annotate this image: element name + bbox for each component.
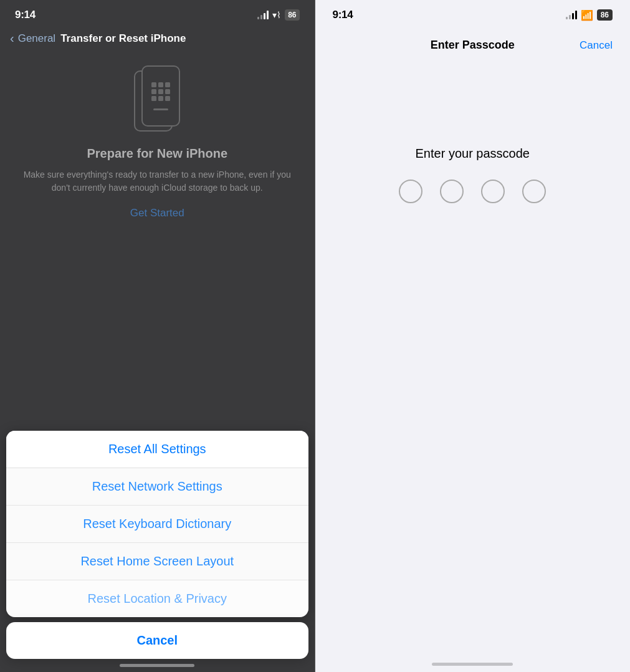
home-indicator-left xyxy=(120,664,194,667)
passcode-title: Enter Passcode xyxy=(431,39,515,52)
reset-all-settings-button[interactable]: Reset All Settings xyxy=(6,431,308,468)
prepare-title: Prepare for New iPhone xyxy=(87,146,227,161)
reset-network-settings-button[interactable]: Reset Network Settings xyxy=(6,468,308,506)
back-label: General xyxy=(18,32,55,45)
passcode-header: Enter Passcode Cancel xyxy=(315,26,631,59)
phone-grid-icon xyxy=(151,82,170,101)
passcode-dot-1 xyxy=(399,180,422,203)
action-sheet: Reset All Settings Reset Network Setting… xyxy=(0,431,315,659)
battery-left: 86 xyxy=(285,9,299,21)
passcode-prompt: Enter your passcode xyxy=(416,146,530,161)
passcode-dot-4 xyxy=(522,180,546,203)
action-sheet-main: Reset All Settings Reset Network Setting… xyxy=(6,431,308,617)
reset-location-privacy-button[interactable]: Reset Location & Privacy xyxy=(6,580,308,617)
cancel-passcode-button[interactable]: Cancel xyxy=(580,39,613,52)
phone-home-bar xyxy=(153,108,168,110)
status-icons-right: 📶 86 xyxy=(566,9,613,21)
home-indicator-right xyxy=(432,663,513,666)
status-icons-left: ▾⌇ 86 xyxy=(257,9,299,21)
reset-home-screen-layout-button[interactable]: Reset Home Screen Layout xyxy=(6,543,308,580)
get-started-link[interactable]: Get Started xyxy=(130,207,184,219)
time-left: 9:14 xyxy=(15,9,36,21)
prepare-content: Prepare for New iPhone Make sure everyth… xyxy=(0,53,315,426)
back-chevron-icon: ‹ xyxy=(10,31,14,46)
phone-front-shape xyxy=(141,65,180,127)
reset-keyboard-dictionary-button[interactable]: Reset Keyboard Dictionary xyxy=(6,506,308,543)
wifi-icon-left: ▾⌇ xyxy=(272,10,281,20)
phone-icon xyxy=(129,65,185,134)
status-bar-left: 9:14 ▾⌇ 86 xyxy=(0,0,315,26)
signal-icon-left xyxy=(257,11,269,19)
status-bar-right: 9:14 📶 86 xyxy=(315,0,631,26)
passcode-dot-3 xyxy=(481,180,505,203)
battery-right: 86 xyxy=(597,9,613,21)
left-panel: 9:14 ▾⌇ 86 ‹ General Transfer or Reset i… xyxy=(0,0,315,672)
nav-title: Transfer or Reset iPhone xyxy=(60,32,186,45)
passcode-body: Enter your passcode xyxy=(315,59,631,203)
prepare-desc: Make sure everything's ready to transfer… xyxy=(19,168,296,194)
passcode-dots xyxy=(399,180,546,203)
passcode-dot-2 xyxy=(440,180,464,203)
time-right: 9:14 xyxy=(333,9,353,21)
cancel-action-button[interactable]: Cancel xyxy=(6,622,308,659)
wifi-icon-right: 📶 xyxy=(581,9,593,21)
signal-icon-right xyxy=(566,11,577,19)
back-button[interactable]: ‹ General xyxy=(10,31,55,46)
right-panel: 9:14 📶 86 Enter Passcode Cancel Enter yo… xyxy=(315,0,631,672)
nav-header-left: ‹ General Transfer or Reset iPhone xyxy=(0,26,315,53)
